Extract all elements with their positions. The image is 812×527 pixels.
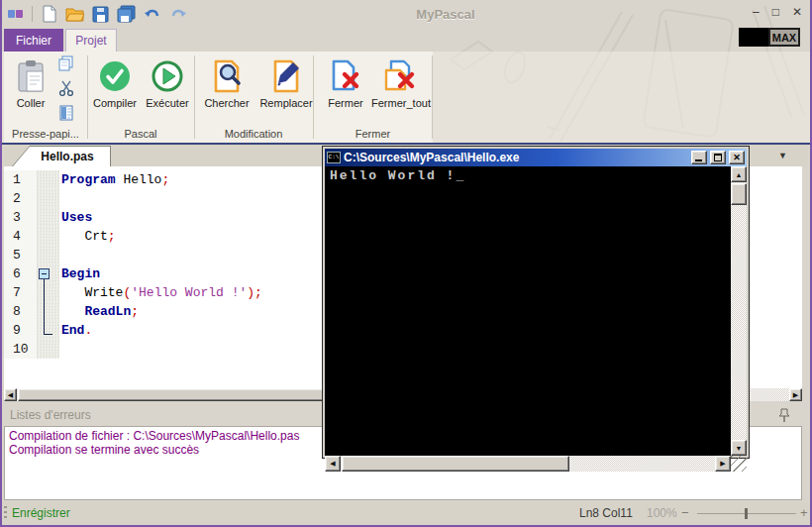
code-text: Crt; xyxy=(59,227,116,246)
group-label-pascal: Pascal xyxy=(87,128,194,140)
statusbar-grip xyxy=(4,506,7,520)
paste-special-doc-icon[interactable] xyxy=(59,105,73,121)
tab-hello-pas[interactable]: Hello.pas xyxy=(12,146,111,166)
console-hscrollbar[interactable]: ◀ ▶ xyxy=(325,456,731,472)
console-maximize-button[interactable] xyxy=(710,151,726,164)
compile-check-icon xyxy=(98,55,132,97)
zoom-slider-thumb[interactable] xyxy=(745,508,748,519)
console-vscrollbar[interactable]: ▲ ▼ xyxy=(731,166,747,456)
line-number: 6 xyxy=(4,264,38,283)
code-text xyxy=(59,246,61,264)
button-label: Chercher xyxy=(204,97,249,109)
errors-panel-title: Listes d'erreurs xyxy=(10,408,91,422)
status-bar: Enrégistrer Ln8 Col11 100% − + xyxy=(2,502,810,525)
group-separator xyxy=(194,55,195,139)
fold-guide-line xyxy=(44,279,45,334)
tab-projet[interactable]: Projet xyxy=(65,29,117,52)
chercher-button[interactable]: Chercher xyxy=(198,55,255,123)
console-title: C:\Sources\MyPascal\Hello.exe xyxy=(344,151,688,164)
fermer-tout-button[interactable]: Fermer_tout xyxy=(370,55,432,123)
scroll-right-arrow[interactable]: ▶ xyxy=(715,456,731,472)
line-number: 4 xyxy=(4,227,38,246)
cmd-icon: C:\ xyxy=(327,152,341,163)
redo-icon[interactable] xyxy=(169,6,187,22)
button-label: Compiler xyxy=(93,97,137,109)
scroll-thumb[interactable] xyxy=(731,183,747,205)
console-close-button[interactable]: ✕ xyxy=(729,151,745,164)
fold-margin xyxy=(38,246,59,264)
fold-margin xyxy=(38,283,59,302)
line-number: 1 xyxy=(4,170,38,189)
close-button[interactable]: ✕ xyxy=(792,5,802,19)
search-doc-icon xyxy=(209,55,245,97)
fold-margin xyxy=(38,340,59,359)
mypascal-window: MyPascal – □ ✕ MAX Fichier Projet xyxy=(0,0,812,527)
paste-clipboard-icon xyxy=(16,55,46,97)
button-label: Fermer xyxy=(328,97,362,109)
skin-preview-swatch[interactable] xyxy=(739,28,768,47)
line-number: 5 xyxy=(4,246,38,264)
fold-margin xyxy=(38,189,59,208)
save-all-icon[interactable] xyxy=(117,5,136,23)
tab-label: Hello.pas xyxy=(13,147,110,166)
code-text: Begin xyxy=(59,264,100,283)
console-text: Hello World ! xyxy=(330,168,456,183)
new-file-icon[interactable] xyxy=(41,5,57,23)
close-doc-icon xyxy=(328,55,363,97)
pin-icon[interactable] xyxy=(778,408,790,423)
minimize-button[interactable]: – xyxy=(753,5,760,19)
button-label: Coller xyxy=(17,97,46,109)
toolbar-separator xyxy=(32,6,33,22)
compiler-button[interactable]: Compiler xyxy=(89,55,141,123)
code-text: Program Hello; xyxy=(59,170,169,189)
group-label-clipboard: Presse-papi... xyxy=(4,128,87,140)
fermer-button[interactable]: Fermer xyxy=(321,55,370,123)
window-border-left xyxy=(0,0,2,527)
console-window[interactable]: C:\ C:\Sources\MyPascal\Hello.exe ✕ Hell… xyxy=(322,146,750,459)
cursor-position: Ln8 Col11 xyxy=(579,506,633,520)
code-text xyxy=(59,340,61,359)
max-toggle-button[interactable]: MAX xyxy=(768,28,800,47)
line-number: 9 xyxy=(4,321,38,340)
zoom-out-button[interactable]: − xyxy=(681,505,689,520)
zoom-in-button[interactable]: + xyxy=(800,505,808,520)
fold-margin xyxy=(38,208,59,227)
scroll-right-arrow[interactable]: ▶ xyxy=(789,388,802,401)
open-folder-icon[interactable] xyxy=(65,5,84,23)
code-text: ReadLn; xyxy=(59,302,139,321)
scroll-left-arrow[interactable]: ◀ xyxy=(325,456,341,472)
line-number: 10 xyxy=(4,340,38,359)
save-icon[interactable] xyxy=(92,6,109,23)
maximize-button[interactable]: □ xyxy=(772,5,779,19)
fold-margin xyxy=(38,170,59,189)
replace-pencil-icon xyxy=(268,55,304,97)
scroll-left-arrow[interactable]: ◀ xyxy=(4,388,17,401)
window-controls: – □ ✕ xyxy=(753,5,802,19)
code-text: Uses xyxy=(59,208,92,227)
scroll-thumb[interactable] xyxy=(342,456,569,472)
run-play-icon xyxy=(151,55,184,97)
scroll-down-arrow[interactable]: ▼ xyxy=(731,440,747,456)
group-label-fermer: Fermer xyxy=(313,128,433,140)
remplacer-button[interactable]: Remplacer xyxy=(255,55,317,123)
fold-collapse-icon[interactable] xyxy=(39,268,50,279)
coller-button[interactable]: Coller xyxy=(8,55,53,123)
cut-scissors-icon[interactable] xyxy=(58,80,74,96)
quick-access-toolbar xyxy=(8,5,187,23)
console-title-bar[interactable]: C:\ C:\Sources\MyPascal\Hello.exe ✕ xyxy=(325,149,747,166)
tab-list-dropdown-icon[interactable]: ▼ xyxy=(778,151,787,160)
fold-margin xyxy=(38,321,59,340)
copy-icon[interactable] xyxy=(58,55,74,71)
zoom-value: 100% xyxy=(647,506,677,520)
line-number: 7 xyxy=(4,283,38,302)
undo-icon[interactable] xyxy=(144,6,161,22)
scroll-up-arrow[interactable]: ▲ xyxy=(731,166,747,182)
resize-grip[interactable] xyxy=(731,456,747,472)
close-all-docs-icon xyxy=(382,55,420,97)
tab-fichier[interactable]: Fichier xyxy=(4,29,63,52)
line-number: 3 xyxy=(4,208,38,227)
executer-button[interactable]: Exécuter xyxy=(141,55,194,123)
console-minimize-button[interactable] xyxy=(691,151,707,164)
console-output[interactable]: Hello World !_ xyxy=(325,166,731,456)
code-text: Write('Hello World !'); xyxy=(59,283,262,302)
